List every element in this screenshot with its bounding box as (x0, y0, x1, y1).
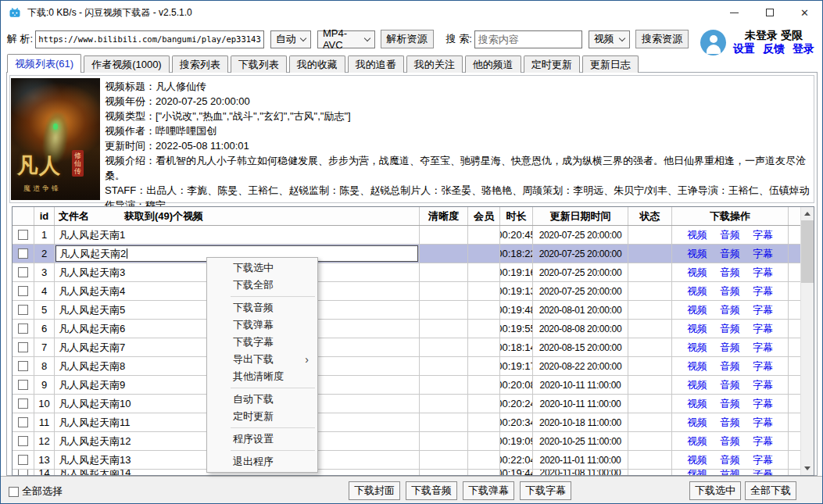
download-subtitle-link[interactable]: 字幕 (753, 322, 773, 336)
tab[interactable]: 更新日志 (582, 55, 639, 73)
download-audio-button[interactable]: 下载音频 (406, 481, 457, 500)
download-video-link[interactable]: 视频 (687, 416, 707, 430)
download-all-button[interactable]: 全部下载 (745, 481, 796, 500)
download-video-link[interactable]: 视频 (687, 453, 707, 467)
download-video-link[interactable]: 视频 (687, 341, 707, 355)
tab[interactable]: 我的追番 (348, 55, 404, 73)
row-checkbox[interactable] (18, 286, 28, 296)
download-audio-link[interactable]: 音频 (720, 341, 740, 355)
row-checkbox[interactable] (18, 399, 28, 409)
row-checkbox[interactable] (18, 361, 28, 371)
download-audio-link[interactable]: 音频 (720, 284, 740, 298)
context-menu-item[interactable]: 下载音频 (207, 299, 317, 316)
row-checkbox[interactable] (18, 230, 28, 240)
context-menu-item[interactable]: 自动下载 (207, 391, 317, 408)
table-row[interactable]: 4 凡人风起天南4 00:19:13 2020-07-25 20:00:00 视… (13, 282, 814, 301)
table-row[interactable]: 13 凡人风起天南13 00:22:04 2020-11-01 11:00:00… (13, 451, 814, 470)
context-menu-item[interactable]: 其他清晰度 (207, 368, 317, 385)
scroll-down-button[interactable] (801, 462, 814, 475)
download-subtitle-link[interactable]: 字幕 (753, 228, 773, 242)
download-video-link[interactable]: 视频 (687, 322, 707, 336)
parse-mode-select[interactable]: 自动 (270, 30, 311, 48)
download-audio-link[interactable]: 音频 (720, 416, 740, 430)
format-select[interactable]: MP4-AVC (317, 30, 375, 48)
row-checkbox[interactable] (18, 417, 28, 427)
download-subtitle-link[interactable]: 字幕 (753, 397, 773, 411)
tab[interactable]: 作者视频(1000) (84, 55, 170, 73)
vertical-scrollbar[interactable] (800, 207, 814, 475)
close-button[interactable]: ✕ (787, 1, 822, 24)
parse-url-input[interactable] (35, 30, 263, 48)
table-row[interactable]: 11 凡人风起天南11 00:20:34 2020-10-18 11:00:00… (13, 413, 814, 432)
download-subtitle-button[interactable]: 下载字幕 (520, 481, 571, 500)
table-row[interactable]: 10 凡人风起天南10 00:20:24 2020-10-11 11:00:00… (13, 395, 814, 413)
download-audio-link[interactable]: 音频 (720, 303, 740, 317)
download-subtitle-link[interactable]: 字幕 (753, 247, 773, 261)
download-subtitle-link[interactable]: 字幕 (753, 266, 773, 280)
download-subtitle-link[interactable]: 字幕 (753, 470, 773, 476)
download-video-link[interactable]: 视频 (687, 228, 707, 242)
context-menu-item[interactable]: 下载弹幕 (207, 316, 317, 334)
download-audio-link[interactable]: 音频 (720, 359, 740, 374)
table-row[interactable]: 12 凡人风起天南12 00:19:09 2020-10-25 11:00:00… (13, 432, 814, 451)
row-checkbox[interactable] (18, 323, 28, 334)
download-audio-link[interactable]: 音频 (720, 397, 740, 411)
tab[interactable]: 我的收藏 (289, 55, 345, 73)
tab[interactable]: 我的关注 (406, 55, 463, 73)
context-menu-item[interactable]: 导出下载 › (207, 351, 317, 368)
download-audio-link[interactable]: 音频 (720, 228, 740, 242)
tab[interactable]: 视频列表(61) (7, 54, 81, 73)
context-menu-item[interactable]: 定时更新 (207, 408, 317, 425)
scrollbar-thumb[interactable] (801, 220, 814, 283)
download-video-link[interactable]: 视频 (687, 266, 707, 280)
search-input[interactable] (474, 30, 582, 48)
table-row[interactable]: 8 凡人风起天南8 00:19:17 2020-08-22 20:00:00 视… (13, 357, 814, 376)
parse-resource-button[interactable]: 解析资源 (381, 30, 434, 48)
download-video-link[interactable]: 视频 (687, 359, 707, 374)
row-checkbox[interactable] (18, 436, 28, 446)
row-checkbox[interactable] (18, 342, 28, 352)
search-type-select[interactable]: 视频 (589, 30, 630, 48)
settings-link[interactable]: 设置 (733, 42, 755, 55)
minimize-button[interactable] (717, 1, 752, 24)
download-audio-link[interactable]: 音频 (720, 453, 740, 467)
table-row[interactable]: 3 凡人风起天南3 00:19:16 2020-07-25 20:00:00 视… (13, 263, 814, 282)
download-video-link[interactable]: 视频 (687, 397, 707, 411)
download-video-link[interactable]: 视频 (687, 284, 707, 298)
download-subtitle-link[interactable]: 字幕 (753, 341, 773, 355)
download-selected-button[interactable]: 下载选中 (689, 481, 741, 500)
download-audio-link[interactable]: 音频 (720, 247, 740, 261)
download-audio-link[interactable]: 音频 (720, 434, 740, 449)
table-row[interactable]: 1 凡人风起天南1 00:20:45 2020-07-25 20:00:00 视… (13, 226, 814, 245)
context-menu-item[interactable]: 程序设置 (207, 431, 317, 448)
row-checkbox[interactable] (18, 380, 28, 390)
context-menu-item[interactable]: 下载字幕 (207, 334, 317, 351)
context-menu-item[interactable]: 下载选中 (207, 259, 317, 277)
download-subtitle-link[interactable]: 字幕 (753, 416, 773, 430)
table-row[interactable]: 5 凡人风起天南5 00:19:48 2020-08-01 20:00:00 视… (13, 301, 814, 320)
table-row[interactable]: 7 凡人风起天南7 00:18:14 2020-08-15 20:00:00 视… (13, 338, 814, 357)
feedback-link[interactable]: 反馈 (763, 42, 785, 55)
context-menu-item[interactable]: 退出程序 (207, 453, 317, 470)
table-row[interactable]: 6 凡人风起天南6 00:19:55 2020-08-08 20:00:00 视… (13, 320, 814, 338)
context-menu-item[interactable]: 下载全部 (207, 277, 317, 294)
download-subtitle-link[interactable]: 字幕 (753, 378, 773, 392)
tab[interactable]: 他的频道 (465, 55, 521, 73)
row-checkbox[interactable] (18, 267, 28, 277)
tab[interactable]: 定时更新 (524, 55, 580, 73)
download-video-link[interactable]: 视频 (687, 303, 707, 317)
download-audio-link[interactable]: 音频 (720, 322, 740, 336)
table-row[interactable]: 9 凡人风起天南9 00:20:08 2020-10-11 11:00:00 视… (13, 376, 814, 395)
row-checkbox[interactable] (18, 305, 28, 315)
table-row[interactable]: 2 凡人风起天南2 00:18:22 2020-07-25 20:00:00 视… (13, 245, 814, 263)
tab[interactable]: 搜索列表 (172, 55, 228, 73)
download-audio-link[interactable]: 音频 (720, 470, 740, 476)
download-cover-button[interactable]: 下载封面 (349, 481, 400, 500)
download-subtitle-link[interactable]: 字幕 (753, 453, 773, 467)
search-resource-button[interactable]: 搜索资源 (635, 30, 689, 48)
download-audio-link[interactable]: 音频 (720, 378, 740, 392)
download-audio-link[interactable]: 音频 (720, 266, 740, 280)
tab[interactable]: 下载列表 (231, 55, 287, 73)
download-subtitle-link[interactable]: 字幕 (753, 359, 773, 374)
download-subtitle-link[interactable]: 字幕 (753, 303, 773, 317)
